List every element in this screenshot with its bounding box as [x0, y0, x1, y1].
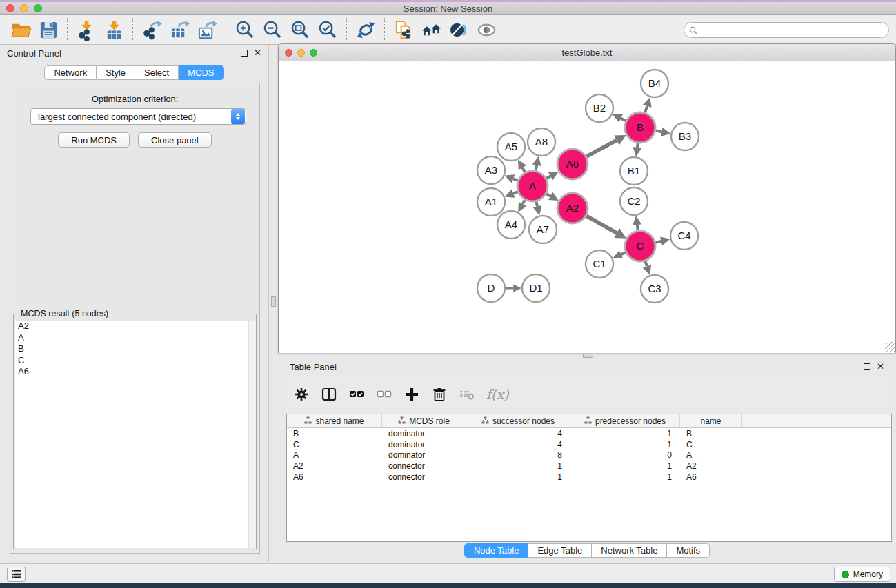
optimization-criterion-select[interactable]: largest connected component (directed) [30, 108, 246, 125]
cell-predecessor-nodes[interactable]: 1 [570, 472, 680, 482]
search-input[interactable] [684, 22, 889, 38]
node-C4[interactable]: C4 [670, 222, 698, 250]
node-A6[interactable]: A6 [557, 149, 588, 179]
node-A5[interactable]: A5 [497, 133, 525, 161]
window-resize-grip[interactable] [885, 342, 895, 352]
table-row[interactable]: A2connector11A2 [287, 460, 891, 472]
node-A2[interactable]: A2 [557, 193, 588, 223]
node-A8[interactable]: A8 [528, 128, 555, 156]
cell-shared-name[interactable]: B [287, 429, 382, 438]
home-icon[interactable] [417, 17, 445, 42]
cell-name[interactable]: C [680, 440, 742, 449]
table-row[interactable]: Cdominator41C [287, 439, 891, 450]
cell-MCDS-role[interactable]: connector [382, 472, 466, 482]
cell-shared-name[interactable]: A6 [287, 472, 382, 482]
export-image-icon[interactable] [193, 17, 221, 42]
cell-predecessor-nodes[interactable]: 1 [570, 429, 680, 438]
node-A3[interactable]: A3 [477, 156, 505, 184]
table-row[interactable]: A6connector11A6 [287, 472, 891, 483]
mcds-result-item[interactable]: A [15, 332, 256, 344]
maximize-window-button[interactable] [34, 4, 42, 12]
network-window-titlebar[interactable]: testGlobe.txt [279, 44, 895, 61]
tab-network[interactable]: Network [44, 65, 97, 80]
eye-icon[interactable] [472, 17, 500, 42]
cell-shared-name[interactable]: A [287, 450, 382, 460]
vertical-splitter-handle[interactable] [271, 296, 276, 307]
open-file-icon[interactable] [7, 17, 34, 42]
float-table-panel-icon[interactable] [864, 363, 870, 370]
tab-network-table[interactable]: Network Table [592, 543, 667, 558]
export-table-icon[interactable] [166, 17, 193, 42]
add-column-icon[interactable] [404, 386, 420, 403]
node-A7[interactable]: A7 [529, 216, 557, 243]
cell-name[interactable]: B [680, 429, 742, 438]
cell-predecessor-nodes[interactable]: 0 [570, 450, 680, 460]
graphics-details-icon[interactable] [445, 17, 472, 42]
task-history-button[interactable] [7, 567, 26, 582]
tab-select[interactable]: Select [135, 65, 179, 80]
node-D[interactable]: D [477, 274, 505, 302]
delete-column-icon[interactable] [431, 386, 448, 403]
mcds-result-list[interactable]: A2ABCA6 [15, 321, 256, 548]
tab-style[interactable]: Style [97, 65, 135, 80]
node-B[interactable]: B [625, 112, 655, 143]
cell-successor-nodes[interactable]: 1 [466, 472, 570, 482]
column-header-predecessor-nodes[interactable]: predecessor nodes [570, 414, 680, 427]
cell-successor-nodes[interactable]: 4 [466, 429, 570, 438]
network-maximize-button[interactable] [310, 49, 317, 57]
cell-successor-nodes[interactable]: 8 [466, 450, 570, 460]
column-header-successor-nodes[interactable]: successor nodes [466, 414, 570, 427]
cell-shared-name[interactable]: A2 [287, 461, 382, 471]
run-mcds-button[interactable]: Run MCDS [58, 132, 130, 148]
zoom-in-icon[interactable] [231, 17, 259, 42]
import-network-icon[interactable] [72, 17, 100, 42]
cell-name[interactable]: A2 [680, 461, 742, 471]
cell-successor-nodes[interactable]: 4 [466, 440, 570, 449]
memory-button[interactable]: Memory [834, 567, 890, 582]
cell-MCDS-role[interactable]: connector [382, 461, 466, 471]
node-B3[interactable]: B3 [671, 123, 699, 150]
column-header-name[interactable]: name [680, 414, 742, 427]
float-panel-icon[interactable] [241, 50, 248, 57]
tab-node-table[interactable]: Node Table [464, 543, 529, 558]
deselect-all-columns-icon[interactable] [376, 386, 392, 403]
cell-MCDS-role[interactable]: dominator [382, 429, 466, 438]
tab-edge-table[interactable]: Edge Table [528, 543, 592, 558]
column-header-shared-name[interactable]: shared name [287, 414, 382, 427]
tab-mcds[interactable]: MCDS [179, 65, 223, 80]
column-header-MCDS-role[interactable]: MCDS role [382, 414, 466, 427]
node-C[interactable]: C [625, 231, 655, 261]
node-B2[interactable]: B2 [586, 94, 613, 122]
node-A1[interactable]: A1 [477, 188, 505, 216]
export-network-icon[interactable] [138, 17, 166, 42]
cell-shared-name[interactable]: C [287, 440, 382, 449]
node-A[interactable]: A [517, 171, 548, 201]
network-canvas[interactable]: B4B2BB3B1A5A8A6A3AA1A4A7A2C2C4CC1C3DD1 [279, 61, 895, 353]
clone-network-icon[interactable] [390, 17, 417, 42]
table-row[interactable]: Adominator80A [287, 450, 891, 461]
tab-motifs[interactable]: Motifs [667, 543, 710, 558]
close-panel-button[interactable]: Close panel [138, 132, 212, 148]
import-table-icon[interactable] [100, 17, 128, 42]
mcds-result-item[interactable]: C [15, 355, 256, 367]
cell-MCDS-role[interactable]: dominator [382, 450, 466, 460]
cell-name[interactable]: A [680, 450, 742, 460]
refresh-icon[interactable] [352, 17, 379, 42]
node-B1[interactable]: B1 [620, 157, 648, 185]
cell-successor-nodes[interactable]: 1 [466, 461, 570, 471]
node-A4[interactable]: A4 [497, 211, 525, 239]
cell-MCDS-role[interactable]: dominator [382, 440, 466, 449]
horizontal-splitter-handle[interactable] [583, 354, 593, 358]
table-settings-gear-icon[interactable] [293, 386, 310, 403]
save-session-icon[interactable] [34, 17, 62, 42]
minimize-window-button[interactable] [20, 4, 28, 12]
split-panel-icon[interactable] [321, 386, 337, 403]
result-list-scrollbar[interactable] [248, 321, 256, 548]
close-window-button[interactable] [6, 4, 14, 12]
mcds-result-item[interactable]: A2 [15, 321, 256, 332]
node-B4[interactable]: B4 [641, 70, 668, 97]
mcds-result-item[interactable]: B [15, 343, 256, 355]
node-C2[interactable]: C2 [620, 187, 648, 215]
zoom-fit-icon[interactable] [286, 17, 314, 42]
node-D1[interactable]: D1 [522, 274, 550, 302]
